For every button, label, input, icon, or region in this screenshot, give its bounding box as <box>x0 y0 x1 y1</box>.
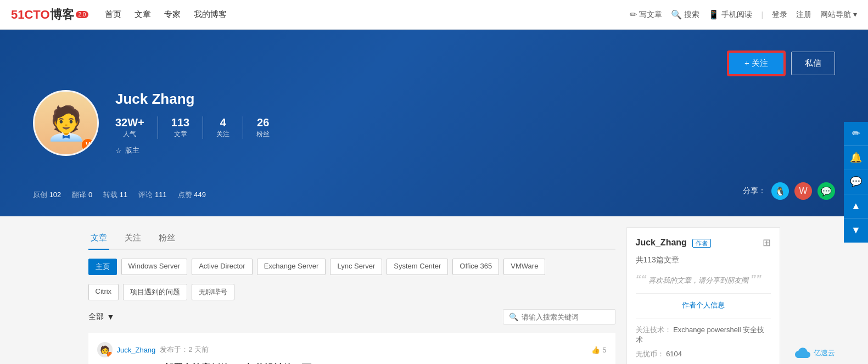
article-author-name[interactable]: Juck_Zhang <box>117 346 156 354</box>
cat-home[interactable]: 主页 <box>88 259 117 275</box>
stat-popularity-label: 人气 <box>123 130 136 138</box>
tag-translated-label: 翻译 <box>72 191 86 199</box>
cat-active-director[interactable]: Active Director <box>192 259 253 275</box>
stat-following-label: 关注 <box>216 130 229 138</box>
sidebar-author-row: Juck_Zhang 作者 <box>636 238 711 248</box>
cloud-icon <box>795 348 810 359</box>
share-row: 分享： 🐧 W 💬 <box>743 182 835 200</box>
search-magnify-icon: 🔍 <box>509 312 518 321</box>
sidebar-divider2 <box>636 318 771 318</box>
like-count: 5 <box>602 346 606 354</box>
cat-lync-server[interactable]: Lync Server <box>330 259 382 275</box>
share-label: 分享： <box>743 186 766 196</box>
bottom-watermark: 亿速云 <box>795 348 835 359</box>
nav-login[interactable]: 登录 <box>772 10 787 20</box>
stat-articles-label: 文章 <box>174 130 187 138</box>
nav-right: ✏ 写文章 🔍 搜索 📱 手机阅读 | 登录 注册 网站导航 ▾ <box>630 9 857 20</box>
filter-select[interactable]: 全部 ▼ <box>88 312 115 322</box>
sidebar-divider <box>636 293 771 294</box>
share-weibo-icon[interactable]: W <box>794 182 812 200</box>
cat-windows-server[interactable]: Windows Server <box>121 259 188 275</box>
cat-exchange-server[interactable]: Exchange Server <box>257 259 326 275</box>
float-edit-button[interactable]: ✏ <box>844 122 868 146</box>
nav-home[interactable]: 首页 <box>105 9 121 20</box>
tag-original: 原创 102 <box>33 190 61 200</box>
author-v-badge: V <box>107 352 113 357</box>
article-title[interactable]: Exchange 2016部署实施案例篇-01.架构设计篇（下） <box>97 362 607 364</box>
tab-fans[interactable]: 粉丝 <box>156 227 177 250</box>
cat-citrix[interactable]: Citrix <box>88 284 119 300</box>
follow-button[interactable]: + 关注 <box>728 52 785 75</box>
sidebar-article-count: 共113篇文章 <box>636 255 771 265</box>
share-qq-icon[interactable]: 🐧 <box>771 182 789 200</box>
sidebar-header: Juck_Zhang 作者 ⊞ <box>636 237 771 249</box>
cat-vmware[interactable]: VMWare <box>503 259 545 275</box>
tag-repost-label: 转载 <box>103 191 117 199</box>
avatar-v-badge: V <box>82 139 94 151</box>
content-left: 文章 关注 粉丝 主页 Windows Server Active Direct… <box>88 227 615 364</box>
article-like[interactable]: 👍 5 <box>591 346 606 354</box>
sidebar-wuyou-value: 6104 <box>666 350 682 358</box>
watermark-text: 亿速云 <box>814 348 835 358</box>
nav-articles[interactable]: 文章 <box>135 9 151 20</box>
grid-view-icon[interactable]: ⊞ <box>763 237 771 249</box>
cat-problems[interactable]: 项目遇到的问题 <box>123 284 187 300</box>
sidebar-wuyou: 无忧币： 6104 <box>636 349 771 359</box>
share-wechat-icon[interactable]: 💬 <box>817 182 835 200</box>
nav-search-label: 搜索 <box>684 10 699 20</box>
article-item: 🧑 V Juck_Zhang 发布于：2 天前 👍 5 Exchange 201… <box>88 333 615 364</box>
tag-likes: 点赞 449 <box>178 190 206 200</box>
float-down-button[interactable]: ▼ <box>844 219 868 243</box>
logo[interactable]: 51CTO 博客 2.0 <box>11 7 88 23</box>
stat-following-num: 4 <box>216 116 229 129</box>
float-up-button[interactable]: ▲ <box>844 194 868 219</box>
tag-repost-val: 11 <box>120 191 127 199</box>
tab-row: 文章 关注 粉丝 <box>88 227 615 250</box>
role-icon: ☆ <box>115 147 122 155</box>
nav-write[interactable]: ✏ 写文章 <box>630 9 662 20</box>
logo-text-black: 博客 <box>50 7 74 23</box>
float-chat-button[interactable]: 💬 <box>844 170 868 194</box>
stat-articles: 113 文章 <box>158 116 203 139</box>
stat-popularity-num: 32W+ <box>115 116 144 129</box>
tag-likes-label: 点赞 <box>178 191 192 199</box>
search-input[interactable] <box>522 313 609 321</box>
profile-role: ☆ 版主 <box>115 145 283 155</box>
sidebar-quote: ““ 喜欢我的文章，请分享到朋友圈 ”” <box>636 273 771 285</box>
category-tags: 主页 Windows Server Active Director Exchan… <box>88 259 615 275</box>
nav-search[interactable]: 🔍 搜索 <box>671 9 699 20</box>
cat-boring[interactable]: 无聊哔号 <box>192 284 234 300</box>
cat-office365[interactable]: Office 365 <box>452 259 499 275</box>
nav-myblog[interactable]: 我的博客 <box>194 9 227 20</box>
nav-experts[interactable]: 专家 <box>164 9 181 20</box>
sidebar-card: Juck_Zhang 作者 ⊞ 共113篇文章 ““ 喜欢我的文章，请分享到朋友… <box>626 227 780 364</box>
tag-comments-label: 评论 <box>138 191 153 199</box>
sidebar-wuyou-label: 无忧币： <box>636 350 664 358</box>
filter-arrow-icon: ▼ <box>107 312 115 321</box>
quote-left-mark: ““ <box>636 273 647 285</box>
filter-row: 全部 ▼ 🔍 <box>88 309 615 324</box>
message-button[interactable]: 私信 <box>791 52 835 75</box>
article-author-avatar: 🧑 V <box>97 342 113 357</box>
profile-stats: 32W+ 人气 113 文章 4 关注 26 粉丝 <box>115 116 283 139</box>
role-label: 版主 <box>125 145 139 155</box>
profile-banner: 🧑‍💼 V Juck Zhang 32W+ 人气 113 文章 4 关注 <box>0 30 868 216</box>
tab-following[interactable]: 关注 <box>122 227 143 250</box>
profile-info: Juck Zhang 32W+ 人气 113 文章 4 关注 26 粉丝 <box>115 91 283 155</box>
nav-mobile-label: 手机阅读 <box>721 10 752 20</box>
nav-divider: | <box>761 10 763 19</box>
avatar: 🧑‍💼 V <box>33 90 99 156</box>
tag-repost: 转载 11 <box>103 190 127 200</box>
tab-articles[interactable]: 文章 <box>88 227 109 250</box>
sidebar-author-name: Juck_Zhang <box>636 238 687 247</box>
tag-comments: 评论 111 <box>138 190 166 200</box>
nav-mobile[interactable]: 📱 手机阅读 <box>708 9 752 20</box>
sidebar-personal-info-link[interactable]: 作者个人信息 <box>636 300 771 310</box>
cat-system-center[interactable]: System Center <box>387 259 448 275</box>
nav-register[interactable]: 注册 <box>796 10 811 20</box>
float-notify-button[interactable]: 🔔 <box>844 146 868 170</box>
like-icon: 👍 <box>591 346 600 354</box>
tag-original-val: 102 <box>49 191 61 199</box>
nav-site-nav[interactable]: 网站导航 ▾ <box>820 10 857 20</box>
banner-content: 🧑‍💼 V Juck Zhang 32W+ 人气 113 文章 4 关注 <box>33 90 835 156</box>
